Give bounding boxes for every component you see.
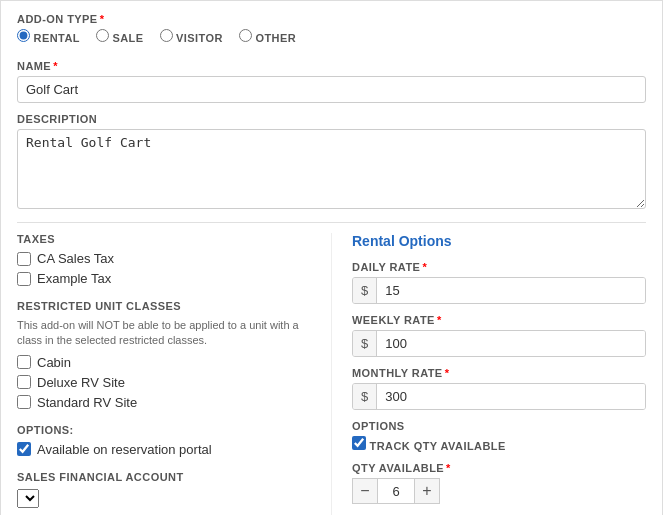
standard-rv-input[interactable] [17,395,31,409]
addon-type-group: ADD-ON TYPE* Rental Sale Visitor Other [17,13,646,48]
radio-rental[interactable] [17,29,30,42]
radio-rental-label: Rental [34,32,80,44]
addon-type-visitor[interactable]: Visitor [160,29,223,44]
radio-other[interactable] [239,29,252,42]
addon-type-row: Rental Sale Visitor Other [17,29,646,48]
sales-financial-label: SALES FINANCIAL ACCOUNT [17,471,311,483]
radio-visitor-label: Visitor [176,32,223,44]
standard-rv-checkbox[interactable]: Standard RV Site [17,395,311,410]
restricted-label: RESTRICTED UNIT CLASSES [17,300,311,312]
options-label: OPTIONS: [17,424,311,436]
restricted-section: RESTRICTED UNIT CLASSES This add-on will… [17,300,311,410]
monthly-rate-field: MONTHLY RATE* $ [352,367,646,410]
name-label: NAME* [17,60,646,72]
weekly-rate-currency: $ [353,331,377,356]
daily-rate-wrap: $ [352,277,646,304]
rental-options-title: Rental Options [352,233,646,249]
taxes-label: TAXES [17,233,311,245]
cabin-input[interactable] [17,355,31,369]
cabin-label: Cabin [37,355,71,370]
track-qty-checkbox[interactable]: Track qty available [352,436,646,452]
taxes-section: TAXES CA Sales Tax Example Tax [17,233,311,286]
ca-sales-tax-label: CA Sales Tax [37,251,114,266]
addon-type-other[interactable]: Other [239,29,296,44]
daily-rate-label: DAILY RATE* [352,261,646,273]
monthly-rate-label: MONTHLY RATE* [352,367,646,379]
deluxe-rv-checkbox[interactable]: Deluxe RV Site [17,375,311,390]
track-qty-input[interactable] [352,436,366,450]
standard-rv-label: Standard RV Site [37,395,137,410]
restricted-desc: This add-on will NOT be able to be appli… [17,318,311,349]
qty-decrement-button[interactable]: − [352,478,378,504]
qty-increment-button[interactable]: + [414,478,440,504]
two-col-layout: TAXES CA Sales Tax Example Tax RESTRICTE… [17,233,646,515]
track-qty-label: Track qty available [370,440,506,452]
options-section: OPTIONS: Available on reservation portal [17,424,311,457]
qty-stepper: − 6 + [352,478,646,504]
available-portal-label: Available on reservation portal [37,442,212,457]
description-label: DESCRIPTION [17,113,646,125]
addon-type-label: ADD-ON TYPE* [17,13,646,25]
right-options-label: OPTIONS [352,420,646,432]
description-input[interactable]: Rental Golf Cart [17,129,646,209]
qty-value-display: 6 [378,478,414,504]
deluxe-rv-input[interactable] [17,375,31,389]
monthly-rate-wrap: $ [352,383,646,410]
available-portal-input[interactable] [17,442,31,456]
name-group: NAME* [17,60,646,103]
monthly-rate-input[interactable] [377,384,645,409]
radio-sale[interactable] [96,29,109,42]
monthly-rate-currency: $ [353,384,377,409]
name-input[interactable] [17,76,646,103]
right-column: Rental Options DAILY RATE* $ WEEKLY RATE… [331,233,646,515]
description-group: DESCRIPTION Rental Golf Cart [17,113,646,212]
ca-sales-tax-input[interactable] [17,252,31,266]
qty-available-section: QTY AVAILABLE* − 6 + [352,462,646,504]
radio-other-label: Other [255,32,296,44]
divider-1 [17,222,646,223]
deluxe-rv-label: Deluxe RV Site [37,375,125,390]
main-form: ADD-ON TYPE* Rental Sale Visitor Other N [0,0,663,515]
weekly-rate-field: WEEKLY RATE* $ [352,314,646,357]
ca-sales-tax-checkbox[interactable]: CA Sales Tax [17,251,311,266]
example-tax-label: Example Tax [37,271,111,286]
available-portal-checkbox[interactable]: Available on reservation portal [17,442,311,457]
example-tax-checkbox[interactable]: Example Tax [17,271,311,286]
weekly-rate-wrap: $ [352,330,646,357]
right-options-section: OPTIONS Track qty available [352,420,646,452]
addon-type-sale[interactable]: Sale [96,29,144,44]
radio-sale-label: Sale [112,32,143,44]
left-column: TAXES CA Sales Tax Example Tax RESTRICTE… [17,233,311,515]
qty-available-label: QTY AVAILABLE* [352,462,646,474]
radio-visitor[interactable] [160,29,173,42]
weekly-rate-input[interactable] [377,331,645,356]
sales-financial-section: SALES FINANCIAL ACCOUNT [17,471,311,508]
sales-financial-select[interactable] [17,489,39,508]
cabin-checkbox[interactable]: Cabin [17,355,311,370]
example-tax-input[interactable] [17,272,31,286]
daily-rate-input[interactable] [377,278,645,303]
addon-type-rental[interactable]: Rental [17,29,80,44]
daily-rate-field: DAILY RATE* $ [352,261,646,304]
weekly-rate-label: WEEKLY RATE* [352,314,646,326]
daily-rate-currency: $ [353,278,377,303]
